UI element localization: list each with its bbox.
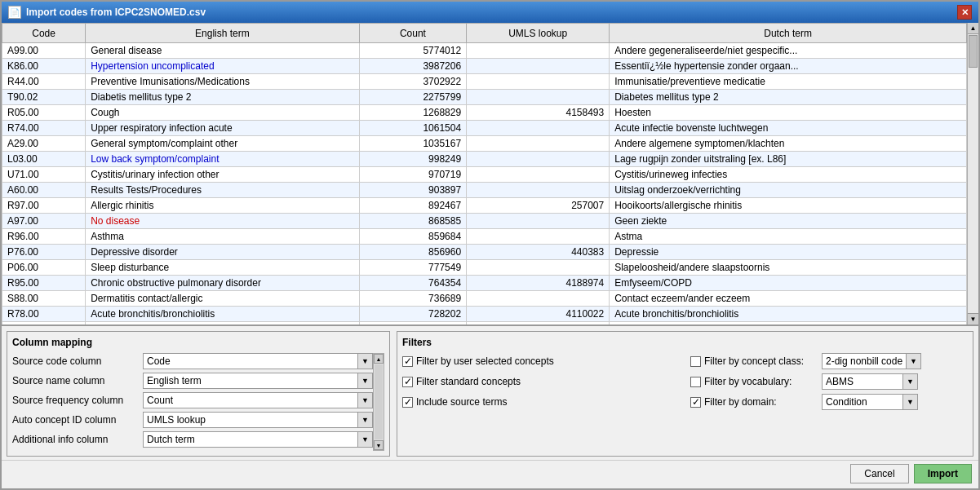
table-row[interactable]: R95.00Chronic obstructive pulmonary diso… [2,276,967,291]
table-row[interactable]: R05.00Cough12688294158493Hoesten [2,105,967,121]
filter-right-select[interactable]: 2-dig nonbill code [822,353,907,369]
filter-right-select-arrow[interactable]: ▼ [903,373,918,390]
filter-checkbox[interactable]: ✓ [402,377,413,387]
col-header-count: Count [359,24,466,43]
cell-english: Dermatitis contact/allergic [86,291,360,307]
cell-english: Sleep disturbance [86,260,360,276]
mapping-row: Additional info columnDutch term▼ [12,431,373,448]
main-content: Code English term Count UMLS lookup Dutc… [2,23,978,488]
filter-right-select-arrow[interactable]: ▼ [903,394,918,410]
mapping-select-arrow[interactable]: ▼ [358,392,373,408]
table-row[interactable]: A29.00General symptom/complaint other103… [2,136,967,152]
cell-count: 723752 [359,322,466,325]
cell-umls: 4188974 [467,276,610,291]
cell-umls [467,136,610,152]
scroll-down-button[interactable]: ▼ [968,313,978,324]
cell-dutch: Emfyseem/COPD [610,276,967,291]
cell-umls [467,90,610,105]
mapping-select-box[interactable]: Code [143,353,358,369]
cell-dutch: Immunisatie/preventieve medicatie [610,74,967,90]
cell-umls [467,121,610,136]
cell-code: A97.00 [2,214,86,229]
mapping-scroll-up[interactable]: ▲ [374,354,384,364]
scroll-thumb[interactable] [969,35,978,68]
filter-label: Filter by user selected concepts [416,355,554,367]
filter-right-select[interactable]: Condition [822,394,903,410]
col-header-code: Code [2,24,86,43]
vertical-scrollbar[interactable]: ▲ ▼ [967,23,978,324]
table-row[interactable]: P06.00Sleep disturbance777549Slapelooshe… [2,260,967,276]
filter-checkbox[interactable]: ✓ [402,397,413,408]
table-row[interactable]: A99.00General disease5774012Andere gegen… [2,43,967,59]
cell-umls [467,167,610,183]
mapping-select-arrow[interactable]: ▼ [358,431,373,448]
cell-umls [467,74,610,90]
close-button[interactable]: ✕ [957,5,972,20]
table-scroll-container[interactable]: Code English term Count UMLS lookup Dutc… [2,23,967,324]
cell-dutch: Acute infectie bovenste luchtwegen [610,121,967,136]
cell-english: General disease [86,43,360,59]
cell-code: A60.00 [2,183,86,198]
table-row[interactable]: A97.00No disease868585Geen ziekte [2,214,967,229]
mapping-row: Source name columnEnglish term▼ [12,373,373,389]
table-row[interactable]: R97.00Allergic rhinitis892467257007Hooik… [2,198,967,214]
mapping-select-arrow[interactable]: ▼ [358,373,373,389]
cell-english: Asthma [86,229,360,245]
cell-dutch: Astma [610,229,967,245]
cell-count: 1061504 [359,121,466,136]
table-row[interactable]: A60.00Results Tests/Procedures903897Uits… [2,183,967,198]
cell-dutch: Andere algemene symptomen/klachten [610,136,967,152]
cell-dutch: Essentiï¿½le hypertensie zonder orgaan..… [610,59,967,74]
cell-english: Depressive disorder [86,245,360,260]
cell-dutch: Contact eczeem/ander eczeem [610,291,967,307]
mapping-select-box[interactable]: English term [143,373,358,389]
cell-umls: 4110022 [467,307,610,322]
mapping-select-box[interactable]: UMLS lookup [143,412,358,428]
filter-right-select-arrow[interactable]: ▼ [907,353,921,369]
filter-right-col: Filter by concept class:2-dig nonbill co… [690,353,968,369]
filter-right-col: ✓Filter by domain:Condition▼ [690,394,968,410]
table-row[interactable]: S88.00Dermatitis contact/allergic736689C… [2,291,967,307]
filter-right-label: Filter by concept class: [704,355,818,367]
table-row[interactable]: T90.02Diabetis mellitus type 22275799Dia… [2,90,967,105]
table-row[interactable]: R44.00Preventive Imunisations/Medication… [2,74,967,90]
mapping-row: Source code columnCode▼ [12,353,373,369]
cell-english: Diabetis mellitus type 2 [86,90,360,105]
filter-right-checkbox[interactable] [690,356,701,367]
filter-right-checkbox[interactable]: ✓ [690,397,701,408]
table-row[interactable]: R78.00Acute bronchitis/bronchiolitis7282… [2,307,967,322]
scroll-up-button[interactable]: ▲ [968,23,978,34]
filter-right-select[interactable]: ABMS [822,373,903,390]
mapping-select-box[interactable]: Count [143,392,358,408]
cell-umls [467,291,610,307]
cell-code: R78.00 [2,307,86,322]
table-row[interactable]: R96.00Asthma859684Astma [2,229,967,245]
filter-right-checkbox[interactable] [690,377,701,387]
table-row[interactable]: R74.00Upper respiratory infection acute1… [2,121,967,136]
cell-count: 856960 [359,245,466,260]
cancel-button[interactable]: Cancel [850,464,908,483]
cell-umls [467,229,610,245]
cell-code: D12.00 [2,322,86,325]
cell-dutch: Depressie [610,245,967,260]
mapping-select-arrow[interactable]: ▼ [358,412,373,428]
table-row[interactable]: L03.00Low back symptom/complaint998249La… [2,152,967,167]
cell-umls [467,59,610,74]
mapping-scrollbar[interactable]: ▲ ▼ [373,353,384,451]
cell-count: 859684 [359,229,466,245]
cell-dutch: Cystitis/urineweg infecties [610,167,967,183]
table-row[interactable]: D12.00Constipation72375275860Obstipatie [2,322,967,325]
title-bar: 📄 Import codes from ICPC2SNOMED.csv ✕ [2,2,978,23]
table-row[interactable]: U71.00Cystitis/urinary infection other97… [2,167,967,183]
mapping-select-arrow[interactable]: ▼ [358,353,373,369]
filter-checkbox[interactable]: ✓ [402,356,413,367]
table-row[interactable]: P76.00Depressive disorder856960440383Dep… [2,245,967,260]
table-row[interactable]: K86.00Hypertension uncomplicated3987206E… [2,59,967,74]
mapping-scroll-down[interactable]: ▼ [374,440,384,450]
filter-right-col: Filter by vocabulary:ABMS▼ [690,373,968,390]
import-button[interactable]: Import [914,464,972,483]
mapping-label: Auto concept ID column [12,414,143,426]
column-mapping-panel: Column mapping Source code columnCode▼So… [7,331,390,457]
mapping-select-box[interactable]: Dutch term [143,431,358,448]
mapping-label: Source code column [12,355,143,367]
